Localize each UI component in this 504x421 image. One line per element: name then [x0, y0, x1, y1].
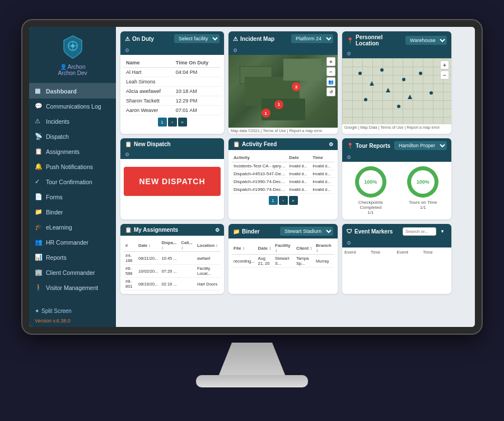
- forms-icon: 📄: [35, 193, 43, 200]
- new-dispatch-gear-icon[interactable]: ⚙: [125, 152, 129, 157]
- table-row: #6-588 10/02/20... 07:29 ... Facility Lo…: [124, 265, 221, 278]
- assign-col-location: Location ↕: [195, 239, 221, 252]
- layers-btn[interactable]: 👥: [326, 77, 335, 86]
- sidebar-item-visitor-management[interactable]: 🚶 Visitor Management: [29, 280, 116, 295]
- assign-col-call: Call... ↕: [180, 239, 195, 252]
- sidebar-item-dispatch[interactable]: 📡 Dispatch: [29, 129, 116, 144]
- sidebar-username: 👤 Archon Archon Dev: [58, 64, 87, 76]
- tour-reports-gear-icon[interactable]: ⚙: [347, 155, 351, 160]
- on-duty-widget: ⚠ On Duty Select facility ⚙: [120, 31, 224, 134]
- new-dispatch-header: 📋 New Dispatch: [120, 138, 224, 150]
- activity-feed-body: Activity Date Time Incidents-Test CA - q…: [228, 150, 338, 210]
- zoom-in-btn[interactable]: +: [326, 57, 335, 66]
- sidebar-item-reports[interactable]: 📊 Reports: [29, 250, 116, 265]
- checkpoints-circle: 100%: [355, 166, 386, 198]
- assignments-icon: 📋: [35, 148, 43, 155]
- personnel-facility-select[interactable]: Warehouse: [405, 36, 447, 45]
- sidebar-item-binder[interactable]: 📁 Binder: [29, 204, 116, 219]
- sidebar-item-elearning[interactable]: 🎓 eLearning: [29, 219, 116, 235]
- elearning-icon: 🎓: [35, 223, 43, 231]
- activity-page-last[interactable]: »: [289, 196, 298, 205]
- map-marker-1[interactable]: 1: [274, 100, 283, 109]
- sidebar-item-assignments[interactable]: 📋 Assignments: [29, 144, 116, 159]
- assign-col-num: #: [124, 239, 137, 252]
- triangle-marker: [370, 81, 374, 86]
- tour-reports-gear-row: ⚙: [342, 153, 451, 162]
- version-label: Version v.6.38.0: [29, 317, 116, 327]
- sidebar-item-push-notifications[interactable]: 🔔 Push Notifications: [29, 159, 116, 174]
- dispatch-icon: 📡: [35, 133, 43, 140]
- monitor-screen: 👤 Archon Archon Dev ▦ Dashboard 💬 Commun…: [29, 27, 475, 327]
- triangle-marker: [408, 95, 412, 99]
- table-row: Dispatch-#4510-547-Dec 17-Qary... Invali…: [232, 170, 334, 178]
- activity-col-activity: Activity: [232, 153, 287, 162]
- new-dispatch-button[interactable]: NEW DISPATCH: [124, 167, 221, 196]
- personnel-icon: 📍: [347, 38, 353, 44]
- personnel-map-container[interactable]: + −: [342, 58, 451, 124]
- binder-facility-select[interactable]: Stewart Stadium: [280, 227, 333, 236]
- activity-page-1[interactable]: 1: [269, 196, 278, 205]
- dashboard-grid: ⚠ On Duty Select facility ⚙: [120, 31, 470, 294]
- main-content: ⚠ On Duty Select facility ⚙: [116, 27, 475, 327]
- new-dispatch-widget: 📋 New Dispatch ⚙ NEW DISPATCH: [120, 138, 224, 219]
- personnel-zoom-out[interactable]: −: [440, 71, 449, 79]
- my-assignments-body: # Date ↕ Dispa... ↕ Call... ↕ Location ↕: [120, 236, 224, 294]
- personnel-map-controls: + −: [440, 60, 449, 79]
- logo-shield-icon: [59, 34, 86, 60]
- activity-page-next[interactable]: ›: [279, 196, 288, 205]
- assignments-widget-icon: 📋: [125, 227, 132, 233]
- map-marker-1b[interactable]: 1: [262, 109, 270, 118]
- activity-feed-widget: 📋 Activity Feed ⚙ Activity Date: [228, 138, 338, 219]
- incident-map-container[interactable]: 1 3 1 + − 👥 ↺: [228, 55, 338, 128]
- tours-on-time-value: 100%: [411, 170, 435, 194]
- activity-feed-icon: 📋: [233, 141, 240, 147]
- page-1-btn[interactable]: 1: [158, 118, 167, 127]
- monitor-body: 👤 Archon Archon Dev ▦ Dashboard 💬 Commun…: [22, 20, 482, 334]
- page-next-btn[interactable]: ›: [168, 118, 177, 127]
- table-row: Dispatch-#1990-74-Dec 17-Sherw... Invali…: [232, 186, 334, 194]
- reset-btn[interactable]: ↺: [326, 87, 335, 96]
- dashboard-icon: ▦: [35, 87, 43, 95]
- sidebar-item-dashboard[interactable]: ▦ Dashboard: [29, 83, 116, 99]
- binder-col-facility: Facility ↕: [273, 242, 295, 255]
- split-screen-button[interactable]: ✦ Split Screen: [29, 305, 116, 317]
- split-screen-icon: ✦: [35, 308, 39, 314]
- activity-feed-gear-icon[interactable]: ⚙: [329, 142, 333, 147]
- incident-map-gear-icon[interactable]: ⚙: [233, 48, 237, 53]
- facility-select[interactable]: Select facility: [174, 34, 220, 43]
- incident-map-header: ⚠ Incident Map Platform 24: [228, 31, 338, 46]
- sidebar-item-hr-commander[interactable]: 👥 HR Commander: [29, 235, 116, 250]
- personnel-gear-icon[interactable]: ⚙: [347, 51, 351, 57]
- binder-body: File ↕ Date ↕ Facility ↕ Client ↕ Branch…: [228, 238, 338, 271]
- on-duty-gear-icon[interactable]: ⚙: [125, 48, 129, 53]
- tour-facility-select[interactable]: Hamilton Proper: [394, 141, 447, 150]
- event-markers-dropdown-btn[interactable]: ▼: [438, 227, 447, 236]
- tours-on-time-label: Tours on Time1/1: [409, 200, 437, 210]
- table-row: Sharon Tackett 12:29 PM: [124, 96, 221, 106]
- binder-widget: 📁 Binder Stewart Stadium: [228, 224, 338, 294]
- incident-map-icon: ⚠: [233, 36, 238, 42]
- page-last-btn[interactable]: »: [178, 118, 187, 127]
- monitor-stand: [218, 343, 286, 376]
- sidebar-item-communications[interactable]: 💬 Communications Log: [29, 99, 116, 114]
- event-markers-gear-row: ⚙: [342, 238, 451, 247]
- incident-facility-select[interactable]: Platform 24: [291, 34, 333, 43]
- assign-col-date: Date ↕: [137, 239, 160, 252]
- dispatch-widget-icon: 📋: [125, 141, 132, 147]
- sidebar-item-incidents[interactable]: ⚠ Incidents: [29, 114, 116, 129]
- sidebar-nav: ▦ Dashboard 💬 Communications Log ⚠ Incid…: [29, 83, 116, 305]
- checkpoints-label: CheckpointsCompleted1/1: [358, 200, 383, 215]
- sidebar-item-tour-confirmation[interactable]: ✓ Tour Confirmation: [29, 174, 116, 189]
- tour-reports-header: 📍 Tour Reports Hamilton Proper: [342, 138, 451, 153]
- activity-col-date: Date: [287, 153, 311, 162]
- monitor-base: [196, 375, 308, 387]
- event-markers-gear-icon[interactable]: ⚙: [347, 240, 351, 246]
- personnel-zoom-in[interactable]: +: [440, 60, 449, 69]
- activity-col-time: Time: [311, 153, 334, 162]
- sidebar-item-client-commander[interactable]: 🏢 Client Commander: [29, 265, 116, 280]
- assign-col-dispatch: Dispa... ↕: [160, 239, 179, 252]
- sidebar-item-forms[interactable]: 📄 Forms: [29, 189, 116, 204]
- my-assignments-gear-icon[interactable]: ⚙: [215, 227, 220, 233]
- zoom-out-btn[interactable]: −: [326, 67, 335, 76]
- event-markers-search[interactable]: [403, 227, 436, 236]
